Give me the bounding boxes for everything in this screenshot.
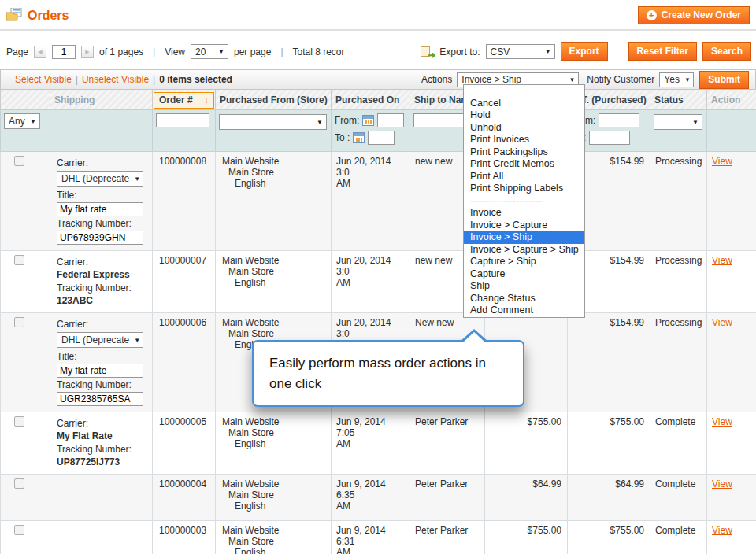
menu-item-invoice[interactable]: Invoice <box>464 207 584 220</box>
tracking-number-input[interactable] <box>57 392 143 406</box>
table-row: 100000003 Main Website Main Store Englis… <box>1 521 756 554</box>
page-number-input[interactable] <box>52 45 76 59</box>
total-records-label: Total 8 recor <box>293 46 345 57</box>
column-header-purchased-from[interactable]: Purchased From (Store) <box>216 90 332 110</box>
store-cell: Main Website Main Store English <box>216 412 332 475</box>
status-filter-select[interactable]: ▼ <box>654 114 702 130</box>
orders-page: Orders + Create New Order Page ◀ ▶ of 1 … <box>0 0 756 554</box>
chevron-down-icon: ▼ <box>317 119 323 126</box>
view-order-link[interactable]: View <box>712 156 732 167</box>
order-number-filter-input[interactable] <box>156 113 209 127</box>
store-cell: Main Website Main Store English <box>216 521 332 554</box>
previous-page-button[interactable]: ◀ <box>34 46 46 58</box>
menu-item-capture-ship[interactable]: Capture > Ship <box>464 256 584 268</box>
purchased-on-cell: Jun 9, 2014 7:05AM <box>332 412 410 475</box>
menu-item-invoice-capture-ship[interactable]: Invoice > Capture > Ship <box>464 244 584 257</box>
menu-item-change-status[interactable]: Change Status <box>464 293 584 305</box>
menu-item-blank[interactable] <box>464 85 584 98</box>
separator: | <box>72 74 82 85</box>
mass-select-filter[interactable]: Any ▼ <box>4 113 40 129</box>
calendar-icon[interactable] <box>353 132 365 143</box>
chevron-down-icon: ▼ <box>569 76 575 83</box>
chevron-down-icon: ▼ <box>545 48 551 55</box>
export-button[interactable]: Export <box>561 42 608 61</box>
column-header-shipping: Shipping <box>50 90 153 110</box>
tooltip-callout: Easily perform mass order actions in one… <box>252 340 524 407</box>
select-visible-link[interactable]: Select Visible <box>15 74 72 85</box>
per-page-select[interactable]: 20 ▼ <box>191 44 228 59</box>
row-checkbox[interactable] <box>14 255 24 265</box>
chevron-down-icon: ▼ <box>218 48 224 55</box>
view-order-link[interactable]: View <box>712 478 732 489</box>
chevron-down-icon: ▼ <box>134 337 140 344</box>
orders-grid: Shipping Order # ↓ Purchased From (Store… <box>0 90 756 554</box>
shipping-title-input[interactable] <box>57 202 143 216</box>
menu-item-print-all[interactable]: Print All <box>464 171 584 183</box>
row-checkbox[interactable] <box>14 156 24 166</box>
calendar-icon[interactable] <box>362 115 374 126</box>
menu-item-invoice-capture[interactable]: Invoice > Capture <box>464 220 584 232</box>
row-checkbox[interactable] <box>14 478 24 489</box>
row-checkbox[interactable] <box>14 317 24 327</box>
menu-item-add-comment[interactable]: Add Comment <box>464 305 584 317</box>
column-header-status[interactable]: Status <box>650 90 707 110</box>
amount-from-input[interactable] <box>598 113 639 127</box>
chevron-down-icon: ▼ <box>692 119 699 126</box>
per-page-label: per page <box>234 46 271 57</box>
column-header-order-number[interactable]: Order # ↓ <box>153 90 216 110</box>
date-to-input[interactable] <box>368 131 395 145</box>
search-button[interactable]: Search <box>702 42 751 61</box>
submit-button[interactable]: Submit <box>699 71 749 89</box>
chevron-down-icon: ▼ <box>684 76 691 83</box>
amount-to-input[interactable] <box>589 131 630 145</box>
gt-base-cell: $755.00 <box>485 412 568 475</box>
view-order-link[interactable]: View <box>712 525 732 536</box>
next-page-button[interactable]: ▶ <box>81 46 94 58</box>
notify-customer-select[interactable]: Yes ▼ <box>659 72 694 87</box>
row-checkbox[interactable] <box>14 525 24 535</box>
view-order-link[interactable]: View <box>712 317 732 328</box>
carrier-select[interactable]: DHL (Deprecate ▼ <box>57 332 143 348</box>
status-cell: Complete <box>650 412 707 475</box>
menu-item-invoice-ship[interactable]: Invoice > Ship <box>464 231 584 244</box>
separator: | <box>149 46 159 57</box>
menu-item-print-credit-memos[interactable]: Print Credit Memos <box>464 158 584 171</box>
ship-to-cell: Peter Parker <box>410 521 485 554</box>
purchased-on-cell: Jun 9, 2014 6:35AM <box>332 475 410 521</box>
carrier-select[interactable]: DHL (Deprecate ▼ <box>57 171 143 187</box>
purchased-from-filter-select[interactable]: ▼ <box>219 114 327 130</box>
export-format-select[interactable]: CSV ▼ <box>486 44 555 59</box>
menu-item-ship[interactable]: Ship <box>464 280 584 293</box>
title-bar: Orders + Create New Order <box>0 0 756 29</box>
status-cell: Complete <box>650 521 707 554</box>
order-number: 100000005 <box>153 412 216 475</box>
tracking-number-input[interactable] <box>57 231 143 245</box>
menu-item-print-shipping-labels[interactable]: Print Shipping Labels <box>464 183 584 195</box>
row-checkbox[interactable] <box>14 416 24 427</box>
store-cell: Main Website Main Store English <box>216 152 332 251</box>
chevron-down-icon: ▼ <box>30 118 36 125</box>
view-order-link[interactable]: View <box>712 255 732 266</box>
sort-descending-icon: ↓ <box>204 94 209 105</box>
shipping-title-input[interactable] <box>57 364 143 378</box>
menu-item-cancel[interactable]: Cancel <box>464 98 584 110</box>
column-header-purchased-on[interactable]: Purchased On <box>332 90 410 110</box>
menu-item-capture[interactable]: Capture <box>464 268 584 281</box>
unselect-visible-link[interactable]: Unselect Visible <box>82 74 149 85</box>
purchased-on-cell: Jun 20, 2014 3:0AM <box>332 152 410 251</box>
menu-item-print-invoices[interactable]: Print Invoices <box>464 134 584 146</box>
status-cell: Complete <box>650 475 707 521</box>
reset-filter-button[interactable]: Reset Filter <box>628 42 697 61</box>
date-from-input[interactable] <box>377 113 404 127</box>
menu-item-print-packingslips[interactable]: Print Packingslips <box>464 146 584 159</box>
view-order-link[interactable]: View <box>712 416 732 427</box>
actions-label: Actions <box>421 74 452 85</box>
create-new-order-button[interactable]: + Create New Order <box>638 6 750 24</box>
gt-base-cell: $755.00 <box>485 521 568 554</box>
notify-customer-label: Notify Customer <box>587 74 654 85</box>
view-label: View <box>165 46 185 57</box>
table-row: Carrier: Federal Express Tracking Number… <box>1 251 756 313</box>
gt-purchased-cell: $154.99 <box>568 313 650 412</box>
menu-item-unhold[interactable]: Unhold <box>464 122 584 135</box>
menu-item-hold[interactable]: Hold <box>464 109 584 122</box>
